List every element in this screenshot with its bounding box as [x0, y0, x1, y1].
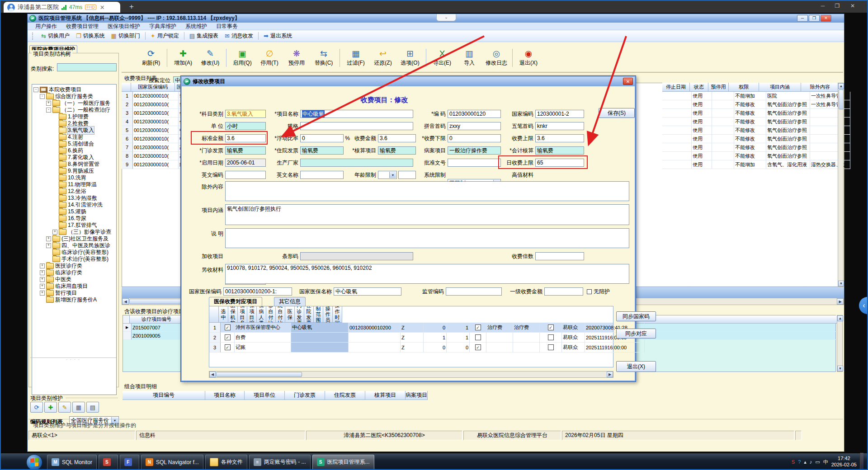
- column-header[interactable]: 门诊发票: [295, 306, 304, 323]
- insurance-table-row[interactable]: 1 漳州市医保管理中心 中心吸氧 001203000010200 Z 0 1 治…: [209, 323, 613, 333]
- fee-toolbar-button[interactable]: ↩ 还原(Z): [370, 49, 396, 67]
- fee-toolbar-button[interactable]: X 导出(E): [429, 49, 455, 67]
- taskbar-clock[interactable]: 17:42 2026-02-05: [831, 456, 857, 468]
- tree-expander-icon[interactable]: +: [46, 101, 51, 106]
- tab-insurance-mapping[interactable]: 医保收费对应项目: [209, 297, 262, 306]
- fee-table-vscrollbar[interactable]: ▲ ▼: [838, 83, 844, 287]
- insurance-table-row[interactable]: 2 自费 Z 1 1 易联众 2025111916:00:00: [209, 333, 613, 343]
- column-header[interactable]: 医保项目名称: [238, 306, 247, 323]
- pinyin-code-field[interactable]: zxxy: [448, 122, 501, 130]
- insurance-checkbox[interactable]: [475, 324, 481, 330]
- tray-icon[interactable]: ▴: [804, 459, 807, 465]
- account-check-field[interactable]: 输氧费: [535, 146, 584, 155]
- sync-national-code-button[interactable]: 同步国家码: [616, 311, 656, 321]
- tree-item[interactable]: + （一）一般医疗服务: [32, 100, 116, 107]
- case-item-field[interactable]: 一般治疗操作费: [448, 146, 501, 155]
- menu-item[interactable]: 字典库维护: [145, 23, 180, 30]
- fee-multiple-field[interactable]: [535, 252, 584, 260]
- column-header[interactable]: 门诊发票: [285, 391, 325, 400]
- column-header[interactable]: 预停用: [708, 83, 729, 92]
- column-header[interactable]: 核算项目: [365, 391, 406, 400]
- tree-expander-icon[interactable]: +: [46, 236, 51, 241]
- subject-category-field[interactable]: 3.氧气吸入: [225, 110, 266, 118]
- taskbar-item[interactable]: S 医院项目管理系...: [312, 455, 374, 470]
- fee-toolbar-button[interactable]: ⟳ 刷新(R): [138, 49, 164, 67]
- level1-amount-field[interactable]: [544, 287, 583, 296]
- sync-mapping-button[interactable]: 同步对应: [616, 329, 656, 338]
- mini-toolbar-button[interactable]: ▤: [86, 402, 99, 413]
- column-header[interactable]: 除外内容: [801, 83, 840, 92]
- tray-icon[interactable]: ♪: [810, 459, 812, 465]
- insurance-checkbox[interactable]: [475, 334, 481, 340]
- tree-item[interactable]: 6.换药: [32, 147, 116, 154]
- tab-other-info[interactable]: 其它信息: [274, 297, 306, 306]
- tree-item[interactable]: + （三）影像学诊查: [32, 229, 116, 235]
- client-tab[interactable]: 漳浦县第二医院 47ms FHD ✕: [4, 2, 120, 13]
- app-minimize-button[interactable]: ─: [797, 15, 808, 22]
- tree-item[interactable]: 13.冷热湿敷: [32, 195, 116, 202]
- fee-max-field[interactable]: 3.6: [535, 134, 584, 142]
- tree-item[interactable]: + 中医类: [32, 276, 116, 283]
- insurance-table-row[interactable]: 3 记账 Z 0 0 易联众 2025111916:00:00: [209, 343, 613, 352]
- column-header[interactable]: 项目单位: [245, 391, 285, 400]
- tree-item[interactable]: - （二）一般检查治疗: [32, 107, 116, 113]
- mini-toolbar-button[interactable]: ▦: [72, 402, 85, 413]
- column-header[interactable]: 项目名称: [205, 391, 245, 400]
- dialog-hscrollbar[interactable]: ◀ ▶: [209, 371, 613, 378]
- wubi-code-field[interactable]: knkr: [535, 122, 584, 130]
- session-toolbar-button[interactable]: ➡ 退出系统: [260, 31, 295, 41]
- tree-item[interactable]: - 本院收费项目: [32, 86, 116, 93]
- new-tab-button[interactable]: +: [129, 2, 134, 11]
- column-header[interactable]: [122, 83, 131, 92]
- fee-table-row[interactable]: 使用 不能修改 氧气创面治疗参照: [662, 109, 850, 118]
- column-header[interactable]: 病案项目: [406, 391, 428, 400]
- column-header[interactable]: 诊疗项目编号: [130, 315, 184, 324]
- fee-table-row[interactable]: 使用 不能修改 氧气创面治疗参照: [662, 135, 850, 143]
- fee-toolbar-button[interactable]: ◉ 退出(X): [515, 49, 542, 67]
- column-header[interactable]: 操作员: [323, 306, 333, 323]
- session-toolbar-button[interactable]: ⇆ 切换用户: [38, 31, 73, 41]
- english-code-field[interactable]: [225, 171, 266, 179]
- limit-range-checkbox[interactable]: [548, 334, 554, 340]
- tray-icon[interactable]: 中: [823, 459, 828, 465]
- tree-item[interactable]: + 四、中医及民族医诊: [32, 242, 116, 249]
- tree-item[interactable]: 1.护理费: [32, 113, 116, 120]
- column-header[interactable]: [209, 306, 219, 323]
- tree-item[interactable]: + 医技诊疗类: [32, 263, 116, 269]
- tree-expander-icon[interactable]: +: [40, 277, 45, 282]
- mini-toolbar-button[interactable]: ✚: [44, 402, 57, 413]
- column-header[interactable]: 住院发票: [304, 306, 314, 323]
- taskbar-item[interactable]: F: [120, 455, 139, 470]
- tree-item[interactable]: 2.抢救费: [32, 120, 116, 127]
- taskbar-item[interactable]: 各种文件: [205, 455, 247, 470]
- column-header[interactable]: 停止日期: [662, 83, 690, 92]
- tree-item[interactable]: + 暂行项目: [32, 290, 116, 296]
- tree-item[interactable]: 5.清创缝合: [32, 141, 116, 147]
- client-close-button[interactable]: ✕: [847, 3, 858, 9]
- tree-item[interactable]: + (三)社区卫生服务及: [32, 235, 116, 242]
- column-header[interactable]: 操作时间: [333, 306, 342, 323]
- tree-expander-icon[interactable]: +: [40, 270, 45, 275]
- tab-close-icon[interactable]: ✕: [100, 4, 105, 11]
- column-header[interactable]: 限制范围内: [314, 306, 323, 323]
- tray-icon[interactable]: S: [792, 459, 795, 465]
- national-code-field[interactable]: 120300001-2: [535, 110, 584, 118]
- tree-item[interactable]: 10.洗胃: [32, 174, 116, 181]
- selected-checkbox[interactable]: [225, 324, 231, 330]
- tree-item[interactable]: 新增医疗服务价A: [32, 296, 116, 303]
- show-desktop-button[interactable]: [860, 453, 863, 470]
- nhsa-code-field[interactable]: 001203000010200-1:: [223, 287, 292, 296]
- tree-expander-icon[interactable]: -: [46, 108, 51, 113]
- tree-expander-icon[interactable]: -: [33, 87, 38, 92]
- tray-icon[interactable]: ?: [798, 459, 801, 465]
- menu-item[interactable]: 系统维护: [181, 23, 211, 30]
- session-toolbar-button[interactable]: ▤ 集成报表: [186, 31, 222, 41]
- taskbar-item[interactable]: M SQL Monitor: [47, 455, 97, 470]
- save-button[interactable]: 保存(S): [599, 108, 635, 118]
- column-header[interactable]: 住院发票: [325, 391, 365, 400]
- fee-toolbar-button[interactable]: ▣ 启用(Q): [229, 49, 255, 67]
- menu-item[interactable]: 日常事务: [212, 23, 242, 30]
- no-escort-checkbox[interactable]: [587, 289, 592, 294]
- app-close-button[interactable]: ✕: [821, 15, 831, 22]
- connotation-textarea[interactable]: 氧气创面治疗参照执行: [225, 204, 629, 225]
